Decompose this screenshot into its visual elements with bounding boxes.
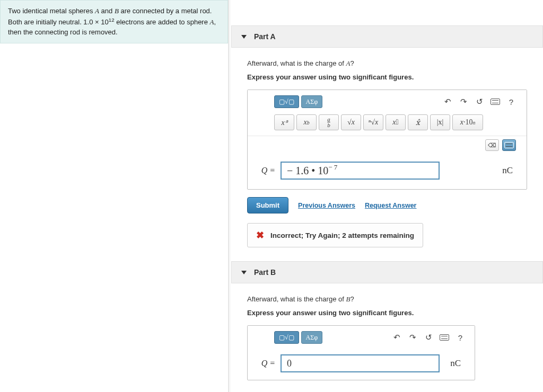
part-a-prompt: Afterward, what is the charge of A?: [247, 59, 527, 68]
keyboard-icon[interactable]: [437, 332, 451, 343]
request-answer-link[interactable]: Request Answer: [365, 202, 416, 209]
exponent: 12: [109, 17, 115, 23]
part-b-prompt: Afterward, what is the charge of B?: [247, 295, 527, 304]
incorrect-icon: ✖: [256, 229, 264, 241]
part-a-instruction: Express your answer using two significan…: [247, 73, 527, 81]
vector-button[interactable]: x⃗: [386, 114, 406, 130]
chevron-down-icon: [241, 271, 247, 274]
answer-unit-b: nC: [450, 358, 464, 369]
text: Two identical metal spheres: [8, 7, 95, 15]
answer-main: − 1.6 • 10: [287, 165, 328, 177]
chevron-down-icon: [241, 35, 247, 39]
answer-input-a[interactable]: − 1.6 • 10− 7: [281, 162, 440, 180]
redo-icon[interactable]: ↷: [457, 96, 470, 108]
help-icon[interactable]: ?: [504, 96, 518, 108]
greek-button[interactable]: ΑΣφ: [301, 331, 323, 344]
sqrt-button[interactable]: √x: [341, 114, 361, 130]
answer-unit-a: nC: [502, 165, 516, 176]
part-b-instruction: Express your answer using two significan…: [247, 309, 527, 317]
part-b-title: Part B: [254, 268, 276, 277]
text: Afterward, what is the charge of: [247, 59, 346, 67]
part-b-header[interactable]: Part B: [231, 261, 543, 283]
answer-exp: − 7: [328, 163, 337, 172]
answer-label-a: Q =: [252, 166, 275, 175]
problem-pane: Two identical metal spheres A and B are …: [0, 0, 228, 392]
part-a-title: Part A: [254, 32, 276, 41]
answer-value-b: 0: [287, 358, 292, 369]
scientific-button[interactable]: x·10n: [452, 114, 483, 130]
text: and: [99, 7, 115, 15]
fraction-button[interactable]: ab: [319, 114, 339, 130]
keyboard-icon[interactable]: [488, 96, 502, 108]
text: ?: [350, 59, 354, 67]
reset-icon[interactable]: ↺: [472, 96, 486, 108]
editor-toolbar-b: ▢√▢ ΑΣφ ↶ ↷ ↺ ?: [248, 326, 475, 349]
feedback-box: ✖ Incorrect; Try Again; 2 attempts remai…: [247, 223, 423, 247]
answer-row-b: Q = 0 nC: [248, 349, 475, 380]
answer-row-a: Q = − 1.6 • 10− 7 nC: [248, 154, 527, 189]
action-row-a: Submit Previous Answers Request Answer: [247, 190, 527, 213]
previous-answers-link[interactable]: Previous Answers: [298, 202, 355, 209]
answer-label-b: Q =: [252, 359, 275, 368]
answer-input-b[interactable]: 0: [281, 354, 440, 372]
equation-editor-a: ▢√▢ ΑΣφ ↶ ↷ ↺ ? xᵃ xb ab √x ⁿ√x x⃗ x̂ |x…: [247, 90, 527, 190]
equation-editor-b: ▢√▢ ΑΣφ ↶ ↷ ↺ ? Q = 0 nC: [247, 325, 475, 380]
part-b-body: Afterward, what is the charge of B? Expr…: [231, 283, 543, 380]
redo-icon[interactable]: ↷: [406, 332, 419, 343]
part-a-body: Afterward, what is the charge of A? Expr…: [231, 48, 543, 247]
text: ?: [350, 295, 354, 303]
greek-button[interactable]: ΑΣφ: [301, 95, 323, 108]
var-A: A: [95, 7, 99, 15]
submit-button[interactable]: Submit: [247, 197, 288, 213]
hat-button[interactable]: x̂: [408, 114, 428, 130]
keyboard-mini-button[interactable]: [502, 139, 516, 151]
feedback-text: Incorrect; Try Again; 2 attempts remaini…: [270, 231, 414, 239]
help-icon[interactable]: ?: [453, 332, 467, 343]
backspace-button[interactable]: ⌫: [485, 139, 499, 151]
text: electrons are added to sphere: [115, 18, 210, 26]
value: 1.0 × 10: [83, 18, 108, 26]
answer-pane: Part A Afterward, what is the charge of …: [231, 0, 543, 392]
power-button[interactable]: xᵃ: [274, 114, 294, 130]
editor-toolbar-math: xᵃ xb ab √x ⁿ√x x⃗ x̂ |x| x·10n: [248, 112, 527, 136]
subscript-button[interactable]: xb: [296, 114, 317, 130]
var-B: B: [115, 7, 119, 15]
nthroot-button[interactable]: ⁿ√x: [363, 114, 383, 130]
part-a-header[interactable]: Part A: [231, 25, 543, 48]
problem-statement: Two identical metal spheres A and B are …: [0, 0, 228, 43]
text: Afterward, what is the charge of: [247, 295, 346, 303]
undo-icon[interactable]: ↶: [441, 96, 454, 108]
abs-button[interactable]: |x|: [430, 114, 450, 130]
templates-button[interactable]: ▢√▢: [274, 331, 299, 344]
editor-toolbar-aux: ⌫: [248, 136, 527, 154]
undo-icon[interactable]: ↶: [390, 332, 404, 343]
reset-icon[interactable]: ↺: [422, 332, 435, 343]
templates-button[interactable]: ▢√▢: [274, 95, 299, 108]
editor-toolbar-main: ▢√▢ ΑΣφ ↶ ↷ ↺ ?: [248, 90, 527, 112]
